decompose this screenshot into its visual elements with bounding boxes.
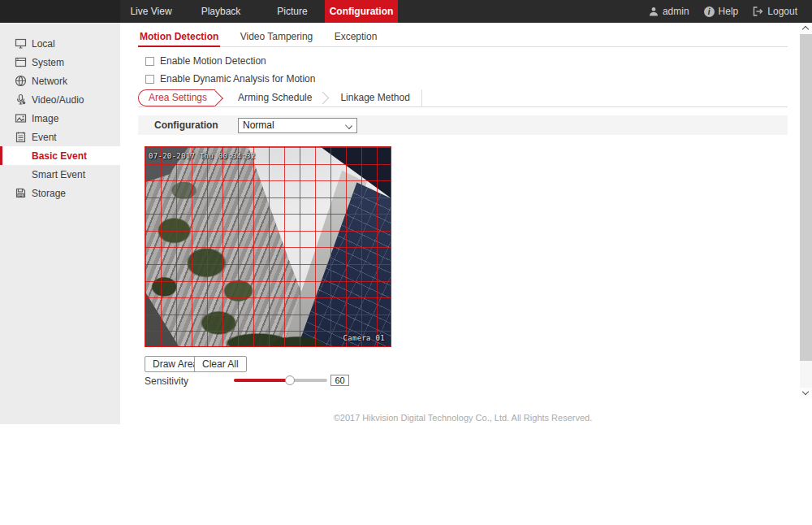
microphone-icon: [14, 93, 27, 106]
monitor-icon: [14, 37, 27, 50]
help-icon: [704, 7, 715, 17]
sensitivity-input[interactable]: [330, 375, 349, 386]
event-icon: [14, 131, 27, 144]
user-name: admin: [663, 6, 689, 17]
motion-grid-overlay: [145, 146, 391, 347]
storage-icon: [14, 187, 27, 200]
subtab-linkage-method[interactable]: Linkage Method: [329, 89, 421, 106]
scroll-up-button[interactable]: [800, 23, 812, 34]
copyright-text: ©2017 Hikvision Digital Technology Co., …: [138, 413, 788, 423]
logout-label: Logout: [767, 6, 797, 17]
enable-motion-row: Enable Motion Detection: [145, 55, 266, 67]
scrollbar-thumb[interactable]: [800, 34, 812, 361]
subtab-arming-schedule[interactable]: Arming Schedule: [227, 89, 323, 106]
sensitivity-slider[interactable]: [234, 379, 327, 382]
clear-all-button[interactable]: Clear All: [194, 356, 247, 372]
subtab-area-settings[interactable]: Area Settings: [138, 89, 215, 106]
sidebar-item-label: Basic Event: [32, 150, 87, 162]
sensitivity-handle[interactable]: [285, 375, 295, 385]
enable-dynamic-checkbox[interactable]: [145, 75, 154, 84]
sensitivity-fill: [234, 379, 290, 382]
configuration-select-value: Normal: [243, 119, 274, 131]
configuration-select[interactable]: Normal: [238, 118, 357, 133]
sidebar-item-label: Event: [32, 132, 57, 143]
sidebar-item-label: Storage: [32, 188, 66, 199]
sidebar-item-basic-event[interactable]: Basic Event: [0, 146, 120, 165]
system-icon: [14, 56, 27, 69]
nav-live-view[interactable]: Live View: [127, 0, 175, 23]
sidebar-item-video-audio[interactable]: Video/Audio: [0, 90, 120, 109]
enable-dynamic-label: Enable Dynamic Analysis for Motion: [160, 73, 315, 85]
subtab-divider: [421, 89, 422, 106]
nav-right-group: admin Help Logout: [649, 0, 797, 23]
sidebar-item-smart-event[interactable]: Smart Event: [0, 165, 120, 184]
hikvision-config-page: Live View Playback Picture Configuration…: [0, 0, 812, 525]
help-button[interactable]: Help: [704, 0, 739, 23]
tab-exception[interactable]: Exception: [333, 28, 379, 47]
configuration-label: Configuration: [154, 119, 238, 131]
main-tabbar: Motion Detection Video Tampering Excepti…: [138, 28, 788, 47]
user-menu[interactable]: admin: [649, 0, 689, 23]
sidebar-item-label: Smart Event: [32, 169, 85, 180]
nav-playback[interactable]: Playback: [197, 0, 244, 23]
sidebar-item-storage[interactable]: Storage: [0, 184, 120, 202]
sensitivity-label: Sensitivity: [145, 375, 188, 387]
chevron-down-icon: [802, 388, 809, 395]
sidebar-item-image[interactable]: Image: [0, 109, 120, 128]
logout-button[interactable]: Logout: [753, 0, 797, 23]
logout-icon: [753, 7, 763, 16]
sidebar-item-label: System: [32, 57, 64, 68]
osd-camera-label: Camera 01: [343, 334, 385, 342]
scroll-down-button[interactable]: [800, 388, 812, 399]
sidebar-item-network[interactable]: Network: [0, 72, 120, 90]
logo-area: [0, 0, 120, 23]
motion-area-canvas[interactable]: 07-20-2017 Thu 00:34:32 Camera 01: [145, 146, 391, 347]
scrollbar[interactable]: [800, 23, 812, 399]
top-nav: Live View Playback Picture Configuration…: [0, 0, 812, 23]
enable-dynamic-row: Enable Dynamic Analysis for Motion: [145, 73, 315, 85]
sub-tabbar: Area Settings Arming Schedule Linkage Me…: [138, 89, 788, 107]
sidebar-item-label: Local: [32, 38, 55, 50]
chevron-down-icon: [345, 122, 352, 129]
user-icon: [649, 7, 659, 16]
sidebar-item-label: Network: [32, 76, 67, 87]
help-label: Help: [719, 6, 739, 17]
tab-video-tampering[interactable]: Video Tampering: [239, 28, 315, 47]
nav-configuration[interactable]: Configuration: [325, 0, 398, 23]
enable-motion-label: Enable Motion Detection: [160, 55, 266, 67]
image-icon: [14, 112, 27, 125]
sidebar-item-event[interactable]: Event: [0, 128, 120, 146]
sidebar-item-label: Image: [32, 113, 58, 124]
configuration-row: Configuration Normal: [138, 115, 788, 135]
osd-timestamp: 07-20-2017 Thu 00:34:32: [149, 152, 256, 160]
sidebar-item-local[interactable]: Local: [0, 34, 120, 53]
sidebar-item-label: Video/Audio: [32, 94, 84, 106]
nav-picture[interactable]: Picture: [273, 0, 312, 23]
globe-icon: [14, 75, 27, 88]
sidebar-item-system[interactable]: System: [0, 53, 120, 72]
enable-motion-checkbox[interactable]: [145, 57, 154, 66]
chevron-up-icon: [802, 26, 809, 33]
sidebar: Local System Network Video/Audio Image: [0, 23, 120, 424]
tab-motion-detection[interactable]: Motion Detection: [138, 28, 220, 47]
